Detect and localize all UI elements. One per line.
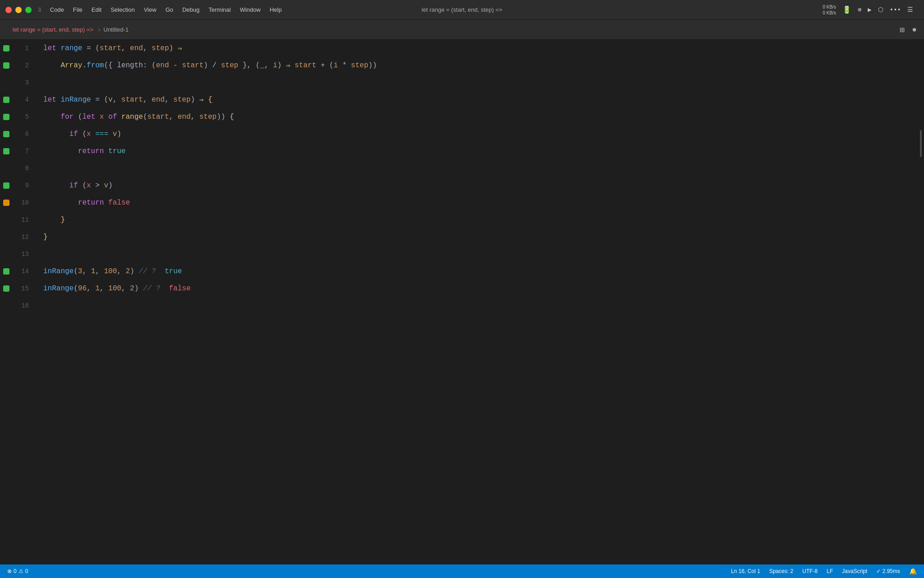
line-number-1: 1 [13,45,40,52]
table-row: 16 [0,297,918,314]
line-number-13: 13 [13,251,40,258]
line-number-10: 10 [13,199,40,206]
line-number-6: 6 [13,131,40,138]
battery-icon: 🔋 [842,5,851,14]
encoding[interactable]: UTF-8 [802,568,818,574]
line-number-11: 11 [13,216,40,224]
maximize-button[interactable] [25,7,32,13]
status-right: Ln 16, Col 1 Spaces: 2 UTF-8 LF JavaScri… [731,568,917,575]
line-ending[interactable]: LF [827,568,833,574]
breakpoint-7[interactable] [0,148,13,154]
breakpoint-15[interactable] [0,285,13,292]
table-row: 5 for (let x of range(start, end, step))… [0,108,918,126]
breakpoint-14[interactable] [0,268,13,275]
code-line-4: let inRange = (v, start, end, step) ⇒ { [40,91,213,108]
line-number-5: 5 [13,113,40,121]
tab-bar: let range = (start, end, step) => › Unti… [0,20,924,40]
timing: ✓ 2.95ms [876,568,900,574]
list-icon: ☰ [907,6,913,14]
table-row: 15 inRange(96, 1, 100, 2) // ? false [0,280,918,297]
menu-view[interactable]: View [144,6,157,13]
editor-content: 1 let range = (start, end, step) ⇒ 2 Arr… [0,40,918,564]
code-line-16 [40,297,43,314]
menu-go[interactable]: Go [166,6,173,13]
breakpoint-12[interactable] [0,234,13,240]
table-row: 3 [0,74,918,91]
line-number-15: 15 [13,285,40,292]
breakpoint-4[interactable] [0,97,13,103]
line-number-4: 4 [13,96,40,103]
breakpoint-11[interactable] [0,217,13,223]
scrollbar-track[interactable] [918,40,924,564]
menu-code[interactable]: Code [50,6,64,13]
menu-edit[interactable]: Edit [92,6,102,13]
line-number-12: 12 [13,233,40,241]
menu-terminal[interactable]: Terminal [208,6,231,13]
code-line-2: Array.from({ length: (end - start) / ste… [40,57,377,74]
table-row: 8 [0,160,918,177]
breakpoint-8[interactable] [0,165,13,172]
code-line-9: if (x > v) [40,177,113,194]
menu-bar:  Code File Edit Selection View Go Debug… [0,0,924,19]
menu-debug[interactable]: Debug [182,6,199,13]
breakpoint-6[interactable] [0,131,13,137]
error-count[interactable]: ⊗ 0 ⚠ 0 [7,568,28,574]
code-line-8 [40,160,43,177]
close-button[interactable] [5,7,12,13]
menu-help[interactable]: Help [270,6,282,13]
breakpoint-5[interactable] [0,114,13,120]
code-line-1: let range = (start, end, step) ⇒ [40,40,182,57]
menu-apple[interactable]:  [39,6,41,13]
breakpoint-3[interactable] [0,79,13,86]
line-number-8: 8 [13,165,40,172]
table-row: 11 } [0,211,918,228]
table-row: 12 } [0,228,918,246]
breakpoint-1[interactable] [0,45,13,51]
minimize-button[interactable] [15,7,22,13]
warning-icon: ⚠ [18,568,23,574]
cursor-position[interactable]: Ln 16, Col 1 [731,568,760,574]
breakpoint-2[interactable] [0,62,13,69]
menu-file[interactable]: File [73,6,83,13]
table-row: 1 let range = (start, end, step) ⇒ [0,40,918,57]
table-row: 6 if (x === v) [0,126,918,143]
line-number-14: 14 [13,268,40,275]
table-row: 4 let inRange = (v, start, end, step) ⇒ … [0,91,918,108]
menu-selection[interactable]: Selection [111,6,134,13]
tab-right-icons: ⊞ ● [900,25,917,35]
code-line-10: return false [40,194,130,211]
table-row: 10 return false [0,194,918,211]
line-number-2: 2 [13,62,40,69]
table-row: 7 return true [0,143,918,160]
code-line-5: for (let x of range(start, end, step)) { [40,108,234,126]
line-number-16: 16 [13,302,40,309]
code-line-12: } [40,228,48,246]
language-mode[interactable]: JavaScript [842,568,867,574]
code-line-7: return true [40,143,125,160]
split-editor-icon[interactable]: ⊞ [900,25,905,35]
menu-window[interactable]: Window [240,6,260,13]
network-info: 0 KB/s 0 KB/s [822,4,836,16]
more-icon: ••• [890,6,901,14]
code-line-3 [40,74,43,91]
play-icon: ▶ [868,6,871,14]
status-left: ⊗ 0 ⚠ 0 [7,568,28,574]
scrollbar-thumb[interactable] [920,130,922,157]
error-icon: ⊗ [7,568,12,574]
breakpoint-16[interactable] [0,303,13,309]
line-number-9: 9 [13,182,40,189]
code-line-15: inRange(96, 1, 100, 2) // ? false [40,280,191,297]
code-line-11: } [40,211,65,228]
dot-indicator: ● [912,25,917,34]
title-bar-right: 0 KB/s 0 KB/s 🔋 ⊗ ▶ ⬡ ••• ☰ [822,4,919,16]
indentation[interactable]: Spaces: 2 [769,568,793,574]
breakpoint-13[interactable] [0,251,13,257]
traffic-lights [5,7,32,13]
active-tab[interactable]: let range = (start, end, step) => › Unti… [7,20,134,39]
breakpoint-10[interactable] [0,200,13,206]
editor: 1 let range = (start, end, step) ⇒ 2 Arr… [0,40,924,564]
code-line-6: if (x === v) [40,126,121,143]
line-number-3: 3 [13,79,40,86]
notifications-icon[interactable]: 🔔 [909,568,917,575]
breakpoint-9[interactable] [0,182,13,189]
